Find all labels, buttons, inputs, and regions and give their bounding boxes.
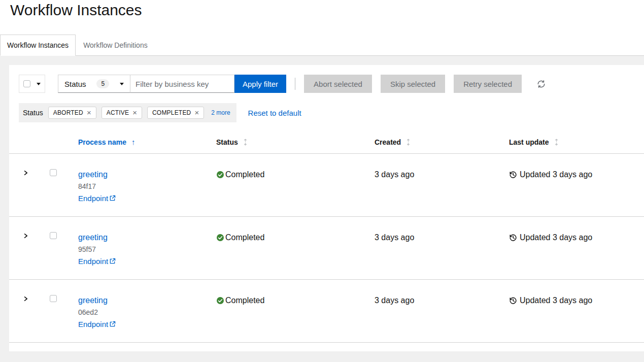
process-name-link[interactable]: greeting (78, 296, 108, 305)
refresh-button[interactable] (535, 78, 548, 90)
page-header: Workflow Instances (0, 0, 644, 35)
content-area: Status 5 Apply filter Abort selected Ski… (0, 56, 644, 362)
chip-label: COMPLETED (152, 109, 191, 116)
row-checkbox[interactable] (50, 295, 57, 302)
process-id: 06ed2 (78, 308, 200, 316)
last-update-cell: Updated 3 days ago (501, 280, 644, 343)
process-name-cell: greeting 95f57 Endpoint (70, 217, 208, 280)
status-chip-group: Status ABORTED × ACTIVE × COMPLETED × 2 … (19, 103, 236, 122)
expand-column-header (9, 130, 42, 154)
check-circle-icon (216, 234, 224, 242)
close-icon[interactable]: × (132, 110, 137, 116)
row-checkbox[interactable] (50, 169, 57, 176)
sort-ascending-icon: ↑ (131, 138, 135, 146)
skip-selected-button[interactable]: Skip selected (381, 75, 445, 93)
sort-by-created[interactable]: Created (375, 138, 411, 146)
table-row: greeting 84f17 Endpoint Completed (9, 154, 644, 217)
filter-chip-active: ACTIVE × (101, 107, 142, 119)
caret-down-icon (120, 83, 124, 85)
status-label: Completed (225, 170, 264, 179)
sort-by-process-name[interactable]: Process name ↑ (78, 138, 135, 146)
history-icon (509, 234, 517, 242)
status-cell: Completed (208, 217, 366, 280)
external-link-icon (109, 258, 116, 265)
reset-to-default-link[interactable]: Reset to default (248, 109, 301, 117)
close-icon[interactable]: × (194, 110, 199, 116)
status-label: Completed (225, 296, 264, 305)
created-cell: 3 days ago (366, 154, 501, 217)
status-count-badge: 5 (96, 79, 109, 88)
column-header-status: Status (208, 130, 366, 154)
column-header-last-update: Last update (501, 130, 644, 154)
last-update-cell: Updated 3 days ago (501, 154, 644, 217)
toolbar: Status 5 Apply filter Abort selected Ski… (9, 65, 644, 100)
page-title: Workflow Instances (10, 1, 644, 19)
history-icon (509, 297, 517, 305)
column-header-process-name: Process name ↑ (70, 130, 208, 154)
check-circle-icon (216, 171, 224, 179)
sort-by-status[interactable]: Status (216, 138, 248, 146)
expand-row-button[interactable] (20, 231, 31, 241)
show-more-chips-link[interactable]: 2 more (209, 109, 232, 116)
chevron-right-icon (23, 170, 28, 176)
chip-label: ACTIVE (107, 109, 129, 116)
process-id: 95f57 (78, 245, 200, 253)
last-update-label: Updated 3 days ago (520, 170, 592, 179)
filter-chip-aborted: ABORTED × (48, 107, 96, 119)
abort-selected-button[interactable]: Abort selected (304, 75, 372, 93)
process-id: 84f17 (78, 182, 200, 190)
table-header-row: Process name ↑ Status (9, 130, 644, 154)
sort-both-icon (406, 139, 411, 146)
table-row: greeting 06ed2 Endpoint Completed (9, 280, 644, 343)
endpoint-link[interactable]: Endpoint (78, 194, 116, 203)
created-cell: 3 days ago (366, 217, 501, 280)
filter-chip-row: Status ABORTED × ACTIVE × COMPLETED × 2 … (9, 100, 644, 130)
filter-input-group: Status 5 Apply filter (58, 75, 286, 93)
check-circle-icon (216, 297, 224, 305)
sort-both-icon (243, 139, 248, 146)
workflow-list-card: Status 5 Apply filter Abort selected Ski… (9, 65, 644, 351)
chevron-right-icon (23, 296, 28, 302)
tab-bar: Workflow Instances Workflow Definitions (0, 35, 644, 56)
last-update-label: Updated 3 days ago (520, 233, 592, 242)
expand-row-button[interactable] (20, 294, 31, 304)
expand-row-button[interactable] (20, 168, 31, 178)
status-cell: Completed (208, 154, 366, 217)
row-checkbox[interactable] (50, 232, 57, 239)
process-name-link[interactable]: greeting (78, 233, 108, 242)
last-update-label: Updated 3 days ago (520, 296, 592, 305)
chevron-right-icon (23, 233, 28, 239)
tab-workflow-definitions[interactable]: Workflow Definitions (76, 35, 155, 55)
bulk-select[interactable] (19, 75, 45, 93)
chip-label: ABORTED (53, 109, 83, 116)
bulk-select-checkbox[interactable] (23, 80, 30, 87)
apply-filter-button[interactable]: Apply filter (234, 75, 286, 93)
table-row: greeting 95f57 Endpoint Completed (9, 217, 644, 280)
business-key-input[interactable] (130, 75, 234, 93)
created-cell: 3 days ago (366, 280, 501, 343)
status-filter-dropdown[interactable]: Status 5 (58, 75, 130, 93)
retry-selected-button[interactable]: Retry selected (454, 75, 522, 93)
external-link-icon (109, 321, 116, 327)
sync-icon (537, 80, 546, 88)
chip-group-label: Status (23, 109, 43, 117)
sort-by-last-update[interactable]: Last update (509, 138, 559, 146)
history-icon (509, 171, 517, 179)
status-label: Completed (225, 233, 264, 242)
workflow-instances-table: Process name ↑ Status (9, 130, 644, 343)
status-filter-label: Status (64, 80, 86, 88)
caret-down-icon (37, 83, 41, 85)
toolbar-divider (295, 78, 295, 90)
external-link-icon (109, 195, 116, 202)
process-name-link[interactable]: greeting (78, 170, 108, 179)
process-name-cell: greeting 06ed2 Endpoint (70, 280, 208, 343)
tab-workflow-instances[interactable]: Workflow Instances (0, 35, 76, 56)
close-icon[interactable]: × (87, 110, 91, 116)
checkbox-column-header (42, 130, 70, 154)
endpoint-link[interactable]: Endpoint (78, 257, 116, 266)
status-cell: Completed (208, 280, 366, 343)
filter-chip-completed: COMPLETED × (147, 107, 204, 119)
process-name-cell: greeting 84f17 Endpoint (70, 154, 208, 217)
column-header-created: Created (366, 130, 501, 154)
endpoint-link[interactable]: Endpoint (78, 320, 116, 328)
